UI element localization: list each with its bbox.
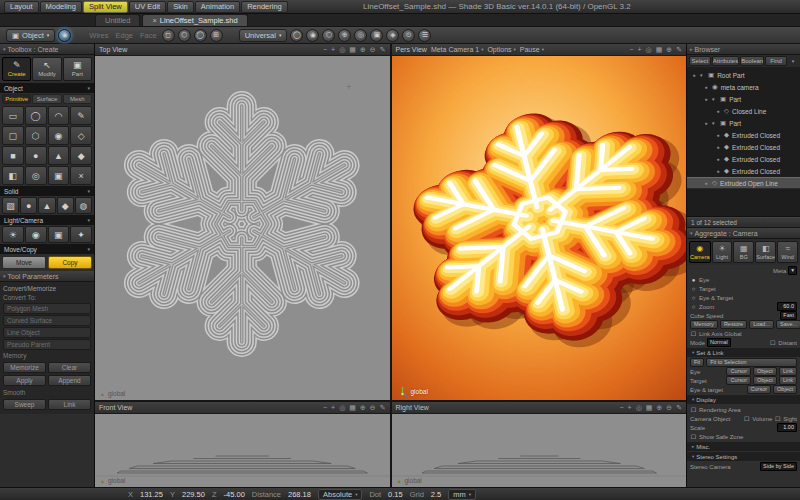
link-axis-label[interactable]: Link Axis Global <box>699 331 742 337</box>
convert-option-curved-surface[interactable]: Curved Surface <box>3 315 91 326</box>
light-camera-section-bar[interactable]: Light/Camera ▾ <box>0 215 94 225</box>
tree-row[interactable]: ● ◆ Extruded Closed <box>687 153 800 165</box>
copy-button[interactable]: Copy <box>48 256 92 269</box>
clear-button[interactable]: Clear <box>48 362 91 373</box>
zoom-out-icon[interactable]: − <box>323 46 327 53</box>
rendering-area-label[interactable]: Rendering Area <box>699 407 741 413</box>
toolbox-header[interactable]: ▾ Toolbox : Create <box>0 44 94 55</box>
magnify-icon[interactable]: ⊕ <box>360 404 366 411</box>
fit-view-icon[interactable]: ◎ <box>636 404 642 411</box>
grid-toggle-icon[interactable]: ▦ <box>656 46 663 53</box>
mirror-tool-icon[interactable]: ▣ <box>370 29 383 42</box>
expand-caret-icon[interactable]: ▾ <box>712 96 717 102</box>
load-button[interactable]: Load... <box>749 320 774 329</box>
checkbox-icon[interactable]: ☐ <box>690 406 697 413</box>
workspace-tab-layout[interactable]: Layout <box>4 1 39 13</box>
solid-section-bar[interactable]: Solid ▾ <box>0 186 94 196</box>
front-view-canvas[interactable] <box>95 414 390 487</box>
half-square-tool-icon[interactable]: ◧ <box>2 166 24 185</box>
eye-target-cursor-button[interactable]: Cursor <box>747 385 772 394</box>
eye-object-button[interactable]: Object <box>753 367 777 376</box>
append-button[interactable]: Append <box>48 375 91 386</box>
eye-icon[interactable]: ● <box>715 168 721 174</box>
spot-light-icon[interactable]: ✦ <box>70 226 92 243</box>
circle-tool-icon[interactable]: ◯ <box>25 106 47 125</box>
fit-view-icon[interactable]: ◎ <box>646 46 652 53</box>
ring-tool-icon[interactable]: ◎ <box>25 166 47 185</box>
eye-icon[interactable]: ● <box>703 84 709 90</box>
eye-icon[interactable]: ● <box>703 180 709 186</box>
object-section-bar[interactable]: Object ▾ <box>0 83 94 93</box>
top-view-body[interactable]: + ▲ global <box>95 56 390 400</box>
radio-on-icon[interactable]: ● <box>690 277 697 283</box>
menu-icon[interactable]: ☰ <box>418 29 431 42</box>
tree-row[interactable]: ● ◆ Extruded Closed <box>687 165 800 177</box>
aggregate-tab-bg[interactable]: ▦ BG <box>733 241 754 263</box>
tree-row[interactable]: ● ▾ ▣ Part <box>687 117 800 129</box>
aggregate-header[interactable]: ▾ Aggregate : Camera <box>687 228 800 239</box>
solid-sphere-icon[interactable]: ● <box>20 197 37 214</box>
magnify-icon[interactable]: ⊕ <box>666 46 672 53</box>
target-tool-icon[interactable]: ◎ <box>354 29 367 42</box>
restore-button[interactable]: Restore <box>720 320 747 329</box>
fit-to-selection-button[interactable]: Fit to Selection <box>706 358 797 367</box>
pers-view-body[interactable]: global <box>392 56 687 400</box>
fit-view-icon[interactable]: ◎ <box>339 404 345 411</box>
options-dropdown[interactable]: Options ▾ <box>487 46 515 53</box>
apply-button[interactable]: Apply <box>3 375 46 386</box>
shrink-icon[interactable]: ⊖ <box>370 404 376 411</box>
browser-tab-find[interactable]: Find <box>765 56 787 66</box>
fit-view-icon[interactable]: ◎ <box>339 46 345 53</box>
browser-header[interactable]: ▸ Browser <box>687 44 800 55</box>
diamond-tool-icon[interactable]: ◇ <box>70 126 92 145</box>
radio-off-icon[interactable]: ○ <box>690 286 697 292</box>
cube-speed-dropdown[interactable]: Fast <box>780 311 797 320</box>
checkbox-icon[interactable]: ☐ <box>743 415 750 422</box>
eye-target-object-button[interactable]: Object <box>773 385 797 394</box>
radio-off-icon[interactable]: ○ <box>690 295 697 301</box>
save-button[interactable]: Save... <box>776 320 800 329</box>
point-light-icon[interactable]: ◉ <box>25 226 47 243</box>
browser-tab-boolean[interactable]: Boolean <box>740 56 764 66</box>
sight-label[interactable]: Sight <box>783 416 797 422</box>
grid-toggle-icon[interactable]: ▦ <box>349 46 356 53</box>
volume-label[interactable]: Volume <box>752 416 772 422</box>
eye-icon[interactable]: ● <box>715 132 721 138</box>
meta-dropdown[interactable]: ▾ <box>788 266 797 275</box>
grid-snap-icon[interactable]: ⊞ <box>210 29 223 42</box>
scale-tool-icon[interactable]: ⬡ <box>322 29 335 42</box>
snap-tool-icon[interactable]: ◈ <box>386 29 399 42</box>
zoom-value-field[interactable]: 60.0 <box>777 302 797 311</box>
toolbox-tab-part[interactable]: ▣ Part <box>63 57 92 81</box>
tree-row[interactable]: ● ▾ ▣ Root Part <box>687 69 800 81</box>
workspace-tab-split-view[interactable]: Split View <box>83 1 128 13</box>
radio-zoom-label[interactable]: Zoom <box>699 304 714 310</box>
tree-row[interactable]: ● ◉ meta camera <box>687 81 800 93</box>
solid-cone-icon[interactable]: ▲ <box>38 197 55 214</box>
lasso-icon[interactable]: ⬡ <box>178 29 191 42</box>
radio-eye-label[interactable]: Eye <box>699 277 709 283</box>
convert-option-polygon-mesh[interactable]: Polygon Mesh <box>3 303 91 314</box>
magnify-icon[interactable]: ⊕ <box>360 46 366 53</box>
zoom-in-icon[interactable]: + <box>628 404 632 411</box>
memorize-button[interactable]: Memorize <box>3 362 46 373</box>
radio-eye-target-label[interactable]: Eye & Target <box>699 295 733 301</box>
zoom-in-icon[interactable]: + <box>637 46 641 53</box>
cube-tool-icon[interactable]: ▣ <box>48 166 70 185</box>
checkbox-icon[interactable]: ☐ <box>690 330 697 337</box>
close-icon[interactable]: × <box>152 16 156 25</box>
polygon-tool-icon[interactable]: ⬡ <box>25 126 47 145</box>
zoom-in-icon[interactable]: + <box>331 404 335 411</box>
sphere-tool-icon[interactable]: ● <box>25 146 47 165</box>
workspace-tab-skin[interactable]: Skin <box>167 1 194 13</box>
circle-select-icon[interactable]: ◯ <box>194 29 207 42</box>
doc-tab-lineoffset[interactable]: × LineOffset_Sample.shd <box>142 14 247 26</box>
right-view-body[interactable]: ▲ global <box>392 414 687 487</box>
convert-option-pseudo-parent[interactable]: Pseudo Parent <box>3 339 91 350</box>
safe-zone-label[interactable]: Show Safe Zone <box>699 434 743 440</box>
tree-row[interactable]: ● ▾ ▣ Part <box>687 93 800 105</box>
pivot-tool-icon[interactable]: ⊙ <box>402 29 415 42</box>
disk-tool-icon[interactable]: ◉ <box>48 126 70 145</box>
cone-tool-icon[interactable]: ▲ <box>48 146 70 165</box>
eye-cursor-button[interactable]: Cursor <box>726 367 751 376</box>
